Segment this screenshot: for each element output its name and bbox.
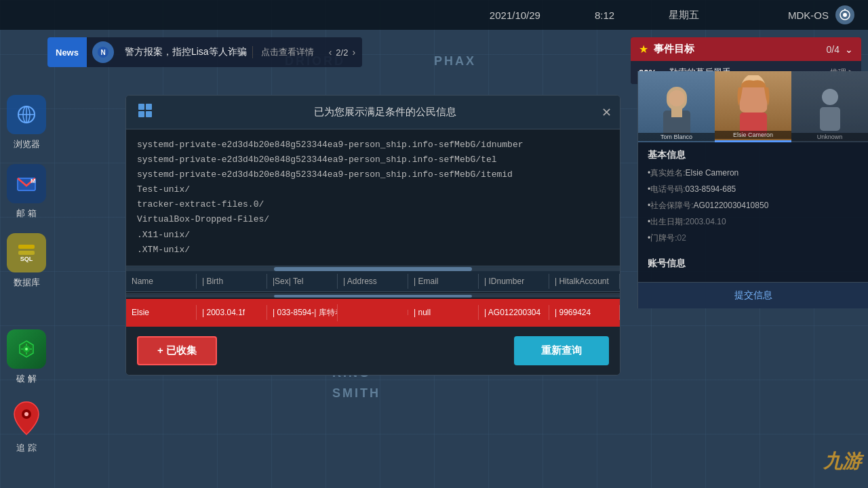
event-title: 事件目标 [654, 43, 821, 56]
watermark: 九游 [823, 449, 861, 474]
svg-rect-20 [138, 111, 144, 117]
sidebar-item-browser[interactable]: 浏览器 [7, 95, 46, 150]
basic-info-title: 基本信息 [648, 149, 859, 161]
char-unknown-name: Unknown [791, 133, 868, 141]
svg-text:SQL: SQL [20, 256, 33, 262]
th-birth: | Birth [197, 274, 267, 289]
info-real-name: •真实姓名:Elsie Cameron [648, 167, 859, 179]
horizontal-scrollbar-2[interactable] [126, 293, 620, 298]
mail-label: 邮 箱 [16, 207, 37, 220]
data-table: Name | Birth |Sex| Tel | Address | Email… [126, 271, 620, 327]
td-idnumber: | AG012200304 [479, 305, 549, 320]
time-display: 8:12 [595, 9, 614, 21]
modal-footer: + 已收集 重新查询 [126, 327, 620, 375]
file-item-2: systemd-private-e2d3d4b20e848g523344ea9-… [137, 152, 609, 167]
event-expand-icon[interactable]: ⌄ [845, 44, 853, 55]
track-icon [7, 399, 46, 438]
svg-rect-18 [138, 104, 144, 110]
sidebar: 浏览器 M 邮 箱 SQL 数据库 [7, 95, 46, 454]
sidebar-item-mail[interactable]: M 邮 箱 [7, 164, 46, 220]
file-item-4: Test-unix/ [137, 182, 609, 197]
file-list: systemd-private-e2d3d4b20e848g523344ea9-… [126, 129, 620, 266]
citizen-info-modal: 已为您展示满足条件的公民信息 ✕ systemd-private-e2d3d4b… [125, 95, 620, 375]
svg-rect-12 [18, 251, 35, 255]
th-email: | Email [408, 274, 479, 289]
database-icon: SQL [7, 233, 46, 272]
top-bar-right: MDK-OS [788, 5, 854, 24]
th-idnumber: | IDnumber [479, 274, 549, 289]
svg-point-1 [843, 13, 847, 17]
news-bar: News N 警方报案，指控Lisa等人诈骗 点击查看详情 ‹ 2/2 › [47, 37, 362, 67]
char-tom[interactable]: Tom Blanco [638, 71, 715, 142]
info-phone: •电话号码:033-8594-685 [648, 183, 859, 195]
requery-button[interactable]: 重新查询 [514, 336, 609, 365]
td-email: | null [408, 305, 479, 320]
char-elsie-name: Elsie Cameron [715, 131, 791, 139]
th-address: | Address [338, 274, 408, 289]
svg-point-17 [24, 412, 28, 416]
news-prev-button[interactable]: ‹ [329, 47, 332, 58]
top-bar-center: 2021/10/29 8:12 星期五 [401, 9, 788, 22]
svg-rect-21 [146, 111, 152, 117]
char-tom-name: Tom Blanco [638, 133, 715, 141]
char-unknown[interactable]: Unknown [791, 71, 868, 142]
th-sex-tel: |Sex| Tel [267, 274, 338, 289]
th-account: | HitalkAccount [549, 274, 620, 289]
account-info-title: 账号信息 [648, 258, 859, 270]
td-birth: | 2003.04.1f [197, 305, 267, 320]
file-item-3: systemd-private-e2d3d4b20e848g523344ea9-… [137, 167, 609, 182]
svg-point-15 [25, 348, 28, 350]
file-item-7: .X11-unix/ [137, 228, 609, 243]
collected-button[interactable]: + 已收集 [137, 336, 217, 365]
sidebar-item-database[interactable]: SQL 数据库 [7, 233, 46, 289]
map-label-phax: PHAX [434, 54, 476, 68]
news-page: 2/2 [336, 47, 348, 58]
modal-icon [137, 102, 153, 122]
info-door: •门牌号:02 [648, 232, 859, 244]
date-display: 2021/10/29 [490, 9, 540, 21]
td-sex-tel: | 033-8594-| 库特巷1102号 [267, 304, 338, 321]
sidebar-item-hack[interactable]: 破 解 [7, 329, 46, 385]
news-tag: News [47, 37, 87, 67]
news-next-button[interactable]: › [352, 47, 355, 58]
top-bar: 2021/10/29 8:12 星期五 MDK-OS [0, 0, 868, 30]
basic-info-section: 基本信息 •真实姓名:Elsie Cameron •电话号码:033-8594-… [638, 142, 868, 255]
sidebar-item-track[interactable]: 追 踪 [7, 399, 46, 454]
news-navigation: ‹ 2/2 › [322, 47, 362, 58]
file-item-5: tracker-extract-files.0/ [137, 197, 609, 212]
event-star-icon: ★ [639, 43, 648, 56]
news-icon: N [92, 41, 114, 63]
info-birthday: •出生日期:2003.04.10 [648, 216, 859, 228]
mail-icon: M [7, 164, 46, 203]
modal-close-button[interactable]: ✕ [601, 106, 612, 119]
os-icon[interactable] [835, 5, 854, 24]
svg-rect-25 [671, 107, 682, 117]
modal-header: 已为您展示满足条件的公民信息 ✕ [126, 96, 620, 129]
svg-point-24 [669, 90, 685, 106]
right-panel: Tom Blanco Elsie Cameron Unknown 基本信息 [637, 71, 868, 308]
th-name: Name [126, 274, 197, 289]
horizontal-scrollbar-1[interactable] [126, 266, 620, 271]
submit-info-button[interactable]: 提交信息 [638, 282, 868, 308]
svg-text:M: M [31, 178, 36, 184]
svg-rect-11 [18, 245, 35, 249]
database-label: 数据库 [14, 277, 40, 289]
track-label: 追 踪 [16, 442, 37, 454]
os-label: MDK-OS [788, 9, 829, 21]
weekday-display: 星期五 [669, 9, 699, 22]
char-elsie[interactable]: Elsie Cameron [715, 71, 791, 142]
map-label-smith: SMITH [332, 386, 380, 401]
table-header-row: Name | Birth |Sex| Tel | Address | Email… [126, 271, 620, 292]
hack-label: 破 解 [16, 373, 37, 385]
news-detail[interactable]: 点击查看详情 [252, 46, 322, 58]
file-item-1: systemd-private-e2d3d4b20e848g523344ea9-… [137, 138, 609, 152]
td-account: | 9969424 [549, 305, 620, 320]
event-header: ★ 事件目标 0/4 ⌄ [631, 37, 861, 61]
table-row-highlighted[interactable]: Elsie | 2003.04.1f | 033-8594-| 库特巷1102号… [126, 299, 620, 327]
svg-point-28 [822, 89, 838, 105]
hack-icon [7, 329, 46, 369]
svg-rect-19 [146, 104, 152, 110]
svg-text:N: N [100, 49, 105, 56]
file-item-6: VirtualBox-Dropped-Files/ [137, 212, 609, 227]
character-strip: Tom Blanco Elsie Cameron Unknown [638, 71, 868, 142]
